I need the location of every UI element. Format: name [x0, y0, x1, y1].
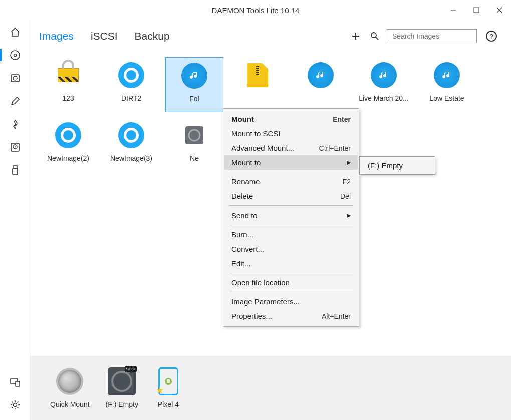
sidebar-images[interactable] [8, 48, 22, 62]
sidebar-editor[interactable] [8, 94, 22, 108]
home-icon [10, 27, 21, 38]
window-title: DAEMON Tools Lite 10.14 [212, 6, 300, 15]
svg-point-10 [15, 146, 16, 147]
image-item-label: Low Estate [429, 94, 464, 102]
svg-rect-1 [474, 8, 479, 13]
close-button[interactable] [488, 0, 511, 20]
device-label: Pixel 4 [158, 400, 179, 408]
help-icon: ? [489, 33, 493, 40]
submenu-drive-f[interactable]: (F:) Empty [361, 159, 434, 172]
usb-icon [10, 165, 21, 176]
maximize-button[interactable] [465, 0, 488, 20]
search-input[interactable] [387, 29, 477, 43]
image-item[interactable]: Live March 20... [355, 57, 413, 112]
device-phone[interactable]: ★ Pixel 4 [154, 367, 182, 408]
disc-icon [10, 50, 21, 61]
image-item-label: NewImage(3) [110, 154, 152, 162]
titlebar: DAEMON Tools Lite 10.14 [0, 0, 511, 20]
image-item[interactable]: Fol [165, 57, 223, 112]
add-button[interactable] [349, 29, 363, 43]
music-icon [434, 62, 460, 88]
chevron-right-icon: ▶ [347, 212, 351, 219]
svg-line-19 [376, 37, 378, 40]
menu-image-params[interactable]: Image Parameters... [224, 294, 358, 309]
menu-edit[interactable]: Edit... [224, 256, 358, 271]
target-icon [118, 62, 144, 88]
image-item-label: Live March 20... [359, 94, 409, 102]
sidebar-notifications[interactable] [8, 375, 22, 389]
quick-mount-icon [56, 367, 84, 395]
devices-icon [10, 376, 21, 387]
sidebar-disk[interactable] [8, 140, 22, 154]
tab-backup[interactable]: Backup [135, 30, 170, 42]
menu-convert[interactable]: Convert... [224, 242, 358, 256]
menu-separator [229, 172, 353, 172]
drive-icon [10, 73, 21, 84]
menu-properties[interactable]: Properties... Alt+Enter [224, 309, 358, 323]
active-indicator [0, 49, 2, 61]
tab-images[interactable]: Images [39, 30, 74, 42]
menu-send-to[interactable]: Send to ▶ [224, 208, 358, 223]
device-quick-mount[interactable]: Quick Mount [50, 367, 90, 408]
menu-mount[interactable]: Mount Enter [224, 112, 358, 126]
device-scsi-drive[interactable]: SCSI (F:) Empty [106, 367, 138, 408]
menu-separator [229, 225, 353, 225]
image-item[interactable] [228, 57, 287, 112]
menu-mount-to[interactable]: Mount to ▶ [224, 155, 358, 170]
target-icon [55, 122, 81, 148]
sidebar [0, 20, 30, 420]
svg-point-7 [13, 76, 17, 80]
image-item[interactable] [292, 57, 350, 112]
tab-iscsi[interactable]: iSCSI [91, 30, 118, 42]
maximize-icon [473, 7, 479, 13]
lock-icon [55, 62, 81, 88]
help-button[interactable]: ? [486, 31, 497, 42]
svg-point-15 [13, 403, 17, 407]
image-item[interactable]: 123 [39, 57, 97, 112]
search-icon [370, 32, 379, 41]
music-icon [308, 62, 334, 88]
flame-icon [10, 119, 21, 130]
image-item[interactable]: NewImage(2) [39, 117, 97, 172]
music-icon [181, 63, 207, 89]
device-label: Quick Mount [50, 400, 90, 408]
scsi-drive-icon: SCSI [108, 367, 136, 395]
hdd-icon [10, 142, 21, 153]
gear-icon [10, 399, 21, 410]
image-item-label: NewImage(2) [47, 154, 89, 162]
sidebar-burn[interactable] [8, 117, 22, 131]
menu-rename[interactable]: Rename F2 [224, 174, 358, 189]
svg-rect-23 [167, 379, 170, 383]
sidebar-drives[interactable] [8, 71, 22, 85]
image-item[interactable]: Ne [165, 117, 223, 172]
svg-point-5 [14, 54, 16, 57]
sidebar-home[interactable] [8, 25, 22, 39]
menu-open-location[interactable]: Open file location [224, 275, 358, 290]
search-button[interactable] [368, 29, 382, 43]
toolbar: Images iSCSI Backup ? [30, 20, 511, 52]
image-item[interactable]: DIRT2 [102, 57, 160, 112]
menu-delete[interactable]: Delete Del [224, 189, 358, 203]
sidebar-usb[interactable] [8, 163, 22, 177]
device-label: (F:) Empty [106, 400, 138, 408]
close-icon [496, 7, 503, 14]
window-controls [442, 0, 511, 20]
svg-point-18 [371, 33, 376, 38]
devices-panel: Quick Mount SCSI (F:) Empty ★ Pixel 4 [30, 356, 511, 420]
pencil-icon [10, 96, 21, 107]
image-item[interactable]: Low Estate [418, 57, 476, 112]
sidebar-settings[interactable] [8, 398, 22, 412]
menu-advanced-mount[interactable]: Advanced Mount... Ctrl+Enter [224, 141, 358, 155]
image-item-label: 123 [62, 94, 74, 102]
menu-separator [229, 205, 353, 206]
menu-separator [229, 292, 353, 292]
image-item-label: DIRT2 [121, 94, 141, 102]
menu-burn[interactable]: Burn... [224, 227, 358, 242]
plus-icon [351, 32, 360, 41]
menu-mount-scsi[interactable]: Mount to SCSI [224, 126, 358, 141]
svg-rect-6 [11, 75, 19, 82]
target-icon [118, 122, 144, 148]
minimize-button[interactable] [442, 0, 465, 20]
image-item[interactable]: NewImage(3) [102, 117, 160, 172]
zip-icon [244, 62, 271, 88]
